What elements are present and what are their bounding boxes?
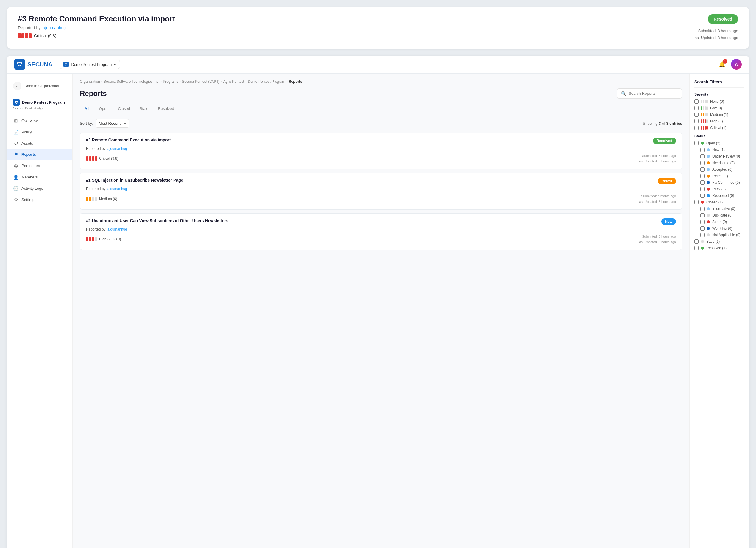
search-icon: 🔍	[621, 91, 626, 96]
tab-open[interactable]: Open	[94, 103, 113, 114]
filter-medium[interactable]: Medium (1)	[694, 113, 744, 117]
showing-total: 3 entries	[666, 121, 682, 126]
accepted-dot	[707, 168, 710, 171]
filter-resolved-checkbox[interactable]	[694, 246, 699, 250]
filter-informative[interactable]: Informative (0)	[694, 207, 744, 211]
filter-refix-checkbox[interactable]	[700, 187, 705, 191]
tab-all[interactable]: All	[80, 103, 94, 114]
report-1-status: Resolved	[653, 138, 676, 144]
filter-retest-checkbox[interactable]	[700, 174, 705, 178]
top-card-reporter-link[interactable]: ajdumanhug	[43, 25, 66, 30]
filter-critical-label: Critical (1)	[710, 126, 727, 130]
program-selector[interactable]: 🛡 Demo Pentest Program ▾	[60, 60, 120, 69]
cs3	[705, 126, 706, 129]
tab-closed[interactable]: Closed	[113, 103, 135, 114]
filter-low[interactable]: Low (0)	[694, 106, 744, 110]
report-2-reporter-link[interactable]: ajdumanhug	[107, 187, 127, 191]
filter-duplicate[interactable]: Duplicate (0)	[694, 213, 744, 217]
filter-resolved[interactable]: Resolved (1)	[694, 246, 744, 250]
hs4	[706, 119, 708, 123]
filter-spam[interactable]: Spam (0)	[694, 220, 744, 224]
filter-accepted[interactable]: Accepted (0)	[694, 167, 744, 171]
back-to-org-button[interactable]: ← Back to Organization	[7, 78, 72, 94]
filter-open-checkbox[interactable]	[694, 141, 699, 145]
critical-severity-dots	[18, 33, 32, 38]
r1-updated: Last Updated: 8 hours ago	[637, 158, 676, 164]
report-card-2[interactable]: #1 SQL Injection in Unsubscribe Newslett…	[80, 173, 682, 209]
filter-none-checkbox[interactable]	[694, 99, 699, 104]
filter-fix-confirmed[interactable]: Fix Confirmed (0)	[694, 180, 744, 185]
breadcrumb-org[interactable]: Organization	[80, 79, 100, 84]
filter-needs-info[interactable]: Needs info (0)	[694, 161, 744, 165]
sidebar-item-activity-logs[interactable]: 🕐 Activity Logs	[7, 183, 72, 194]
filter-not-applicable[interactable]: Not Applicable (0)	[694, 233, 744, 237]
filter-wont-fix-checkbox[interactable]	[700, 226, 705, 230]
filter-open[interactable]: Open (2)	[694, 141, 744, 145]
page-header: Reports 🔍	[80, 88, 682, 99]
sidebar-item-assets[interactable]: 🛡 Assets	[7, 138, 72, 149]
sidebar-item-settings[interactable]: ⚙ Settings	[7, 194, 72, 205]
sidebar-label-overview: Overview	[21, 118, 38, 123]
filter-refix[interactable]: Refix (0)	[694, 187, 744, 191]
sidebar: ← Back to Organization 🛡 Demo Pentest Pr…	[7, 74, 73, 548]
sidebar-item-policy[interactable]: 📄 Policy	[7, 126, 72, 138]
ms2	[703, 113, 704, 116]
report-3-severity-dots	[86, 237, 97, 241]
filter-closed[interactable]: Closed (1)	[694, 200, 744, 204]
filter-low-checkbox[interactable]	[694, 106, 699, 110]
sidebar-item-reports[interactable]: ⚑ Reports	[7, 149, 72, 160]
filter-duplicate-checkbox[interactable]	[700, 213, 705, 217]
tab-stale[interactable]: Stale	[135, 103, 153, 114]
report-card-3[interactable]: #2 Unauthorized User Can View Subscriber…	[80, 213, 682, 250]
informative-dot	[707, 207, 710, 210]
filter-stale[interactable]: Stale (1)	[694, 239, 744, 243]
search-input[interactable]	[629, 91, 678, 96]
filter-closed-checkbox[interactable]	[694, 200, 699, 204]
report-card-1[interactable]: #3 Remote Command Execution via import R…	[80, 132, 682, 169]
sidebar-item-overview[interactable]: ⊞ Overview	[7, 115, 72, 126]
sort-select[interactable]: Most Recent Oldest	[96, 119, 129, 128]
breadcrumb-company[interactable]: Secuna Software Technologies Inc.	[104, 79, 159, 84]
filter-medium-checkbox[interactable]	[694, 113, 699, 117]
filter-wont-fix-label: Won't Fix (0)	[712, 226, 732, 230]
avatar[interactable]: A	[731, 59, 742, 70]
showing-text: Showing 3 of 3 entries	[643, 121, 682, 126]
filter-high[interactable]: High (1)	[694, 119, 744, 123]
filter-new-checkbox[interactable]	[700, 148, 705, 152]
r1-d3	[92, 156, 94, 160]
filter-retest[interactable]: Retest (1)	[694, 174, 744, 178]
breadcrumb-programs[interactable]: Programs	[163, 79, 178, 84]
filter-spam-checkbox[interactable]	[700, 220, 705, 224]
filter-under-review-checkbox[interactable]	[700, 154, 705, 158]
filter-none[interactable]: None (0)	[694, 99, 744, 104]
filter-reopened-checkbox[interactable]	[700, 193, 705, 198]
filter-informative-checkbox[interactable]	[700, 207, 705, 211]
sidebar-program: 🛡 Demo Pentest Program Secuna Pentest (A…	[7, 96, 72, 113]
filter-not-applicable-checkbox[interactable]	[700, 233, 705, 237]
report-3-severity-label: High (7.0-8.9)	[99, 237, 121, 241]
filter-high-checkbox[interactable]	[694, 119, 699, 123]
filter-needs-info-checkbox[interactable]	[700, 161, 705, 165]
filter-stale-checkbox[interactable]	[694, 239, 699, 243]
filter-critical[interactable]: Critical (1)	[694, 126, 744, 130]
breadcrumb-vapt[interactable]: Secuna Pentest (VAPT)	[182, 79, 220, 84]
report-1-reporter-link[interactable]: ajdumanhug	[107, 146, 127, 151]
filter-fix-confirmed-checkbox[interactable]	[700, 180, 705, 185]
filter-reopened[interactable]: Reopened (0)	[694, 193, 744, 198]
filter-accepted-checkbox[interactable]	[700, 167, 705, 171]
sidebar-item-pentesters[interactable]: ◎ Pentesters	[7, 160, 72, 171]
notification-button[interactable]: 🔔 1	[717, 59, 727, 70]
breadcrumb-agile[interactable]: Agile Pentest	[223, 79, 244, 84]
filter-wont-fix[interactable]: Won't Fix (0)	[694, 226, 744, 230]
filter-critical-checkbox[interactable]	[694, 126, 699, 130]
main-content: ← Back to Organization 🛡 Demo Pentest Pr…	[7, 74, 749, 548]
breadcrumb-demo[interactable]: Demo Pentest Program	[248, 79, 285, 84]
sidebar-item-members[interactable]: 👤 Members	[7, 171, 72, 183]
sep4: ›	[221, 79, 222, 84]
filter-under-review[interactable]: Under Review (0)	[694, 154, 744, 158]
report-3-severity: High (7.0-8.9)	[86, 237, 121, 241]
report-3-reporter-link[interactable]: ajdumanhug	[107, 227, 127, 231]
tab-resolved[interactable]: Resolved	[153, 103, 179, 114]
filter-new[interactable]: New (1)	[694, 148, 744, 152]
high-sev-bar	[701, 119, 708, 123]
